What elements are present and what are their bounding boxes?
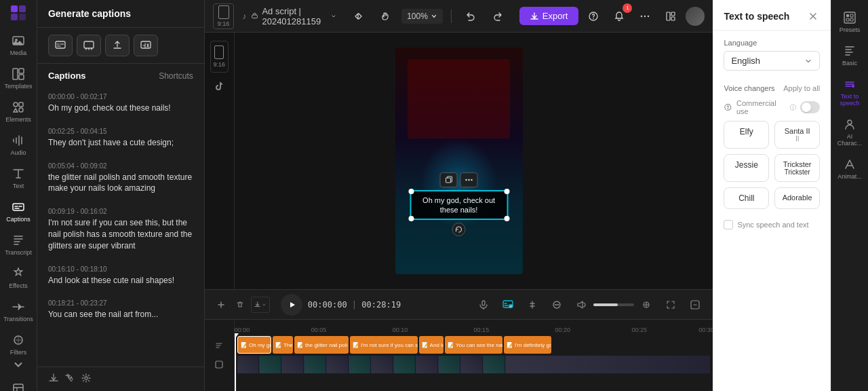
tts-close-btn[interactable] bbox=[806, 10, 820, 23]
tts-language-section: Language English bbox=[713, 31, 831, 79]
sidebar-item-transitions[interactable]: Transitions bbox=[0, 295, 37, 328]
voice-card-adorable[interactable]: Adorable bbox=[774, 187, 820, 209]
voice-card-jessie[interactable]: Jessie bbox=[724, 154, 769, 182]
settings-icon[interactable] bbox=[81, 373, 92, 386]
project-name[interactable]: Ad script | 202401281159 bbox=[252, 6, 336, 26]
caption-clip-5[interactable]: 📝 You can see the nail art fro bbox=[445, 336, 502, 354]
notification-btn[interactable]: 1 bbox=[608, 5, 630, 27]
captions-edit-btn[interactable] bbox=[498, 295, 517, 314]
subtitle-import-btn[interactable] bbox=[77, 35, 101, 56]
track-side-btn-2[interactable] bbox=[208, 355, 231, 374]
delete-clip-btn[interactable] bbox=[232, 297, 248, 313]
right-sidebar-animate[interactable]: Animat... bbox=[831, 152, 868, 185]
apply-all-btn[interactable]: Apply to all bbox=[783, 84, 820, 92]
caption-item-3[interactable]: 00:09:19 - 00:16:02 I'm not sure if you … bbox=[43, 202, 199, 257]
volume-up-icon[interactable] bbox=[637, 295, 656, 314]
sidebar-item-templates[interactable]: Templates bbox=[0, 62, 37, 95]
user-avatar[interactable] bbox=[686, 7, 705, 26]
zoom-chevron-icon bbox=[431, 13, 437, 20]
help-btn[interactable] bbox=[583, 5, 604, 27]
voice-card-trickster[interactable]: Trickster Trickster bbox=[774, 154, 820, 182]
auto-caption-btn[interactable] bbox=[48, 35, 73, 56]
sidebar-item-media[interactable]: Media bbox=[0, 29, 37, 62]
export-timeline-btn[interactable] bbox=[251, 297, 270, 313]
caption-clip-4[interactable]: 📝 And lo bbox=[419, 336, 443, 354]
shortcuts-btn[interactable]: Shortcuts bbox=[159, 71, 193, 81]
voice-card-chill[interactable]: Chill bbox=[724, 187, 769, 209]
caption-clip-0[interactable]: 📝 Oh my god, c bbox=[237, 336, 271, 354]
sidebar-item-filters[interactable]: Filters bbox=[0, 328, 37, 377]
right-sidebar-tts[interactable]: Text to speech bbox=[831, 72, 868, 112]
sidebar-item-audio[interactable]: Audio bbox=[0, 128, 37, 162]
upload-btn[interactable] bbox=[105, 35, 130, 56]
sidebar-item-captions[interactable]: Captions bbox=[0, 195, 37, 228]
mic-btn[interactable] bbox=[474, 295, 493, 314]
svg-point-18 bbox=[85, 377, 87, 379]
caption-text-overlay[interactable]: Oh my god, check out these nails! bbox=[410, 190, 508, 221]
sync-checkbox[interactable] bbox=[724, 220, 733, 229]
resize-handle-tl[interactable] bbox=[408, 189, 414, 194]
sidebar-item-elements[interactable]: Elements bbox=[0, 95, 37, 128]
volume-slider[interactable] bbox=[593, 303, 634, 306]
sidebar-item-effects[interactable]: Effects bbox=[0, 261, 37, 295]
tiktok-format[interactable]: ♪ bbox=[242, 12, 246, 21]
captions-panel: Generate captions Captions Shortcuts 00:… bbox=[37, 0, 205, 391]
layout-btn[interactable] bbox=[660, 5, 682, 27]
language-select[interactable]: English bbox=[724, 51, 820, 71]
voice-card-elfy[interactable]: Elfy bbox=[724, 121, 769, 149]
zoom-control[interactable]: 100% bbox=[401, 9, 443, 24]
caption-clip-1[interactable]: 📝 The bbox=[273, 336, 293, 354]
play-btn[interactable] bbox=[281, 294, 302, 316]
redo-btn[interactable] bbox=[487, 5, 509, 27]
add-track-btn[interactable] bbox=[213, 297, 229, 313]
svg-point-46 bbox=[848, 120, 852, 124]
volume-icon[interactable] bbox=[572, 295, 591, 314]
right-sidebar-ai-characters[interactable]: AI Charac... bbox=[831, 112, 868, 152]
ai-generate-btn[interactable] bbox=[134, 35, 158, 56]
right-sidebar-presets[interactable]: Presets bbox=[831, 5, 868, 39]
hand-tool-btn[interactable] bbox=[374, 5, 396, 27]
sidebar-item-extra[interactable] bbox=[0, 377, 37, 391]
caption-clip-3[interactable]: 📝 I'm not sure if you can see this, bu bbox=[350, 336, 418, 354]
commercial-toggle[interactable] bbox=[800, 101, 820, 113]
caption-item-5[interactable]: 00:18:21 - 00:23:27 You can see the nail… bbox=[43, 294, 199, 326]
caption-more-btn[interactable] bbox=[460, 172, 478, 187]
caption-item-2[interactable]: 00:05:04 - 00:09:02 the glitter nail pol… bbox=[43, 157, 199, 200]
ruler-mark-3: 00:15 bbox=[474, 327, 490, 333]
undo-btn[interactable] bbox=[460, 5, 481, 27]
close-timeline-btn[interactable] bbox=[686, 295, 705, 314]
voice-grid: Elfy Santa II II Jessie Trickster Tricks… bbox=[713, 121, 831, 216]
caption-item-1[interactable]: 00:02:25 - 00:04:15 They don't just have… bbox=[43, 122, 199, 154]
aspect-ratio-btn[interactable]: 9:16 bbox=[210, 41, 229, 73]
toolbar-center: 100% bbox=[347, 5, 509, 27]
playhead[interactable] bbox=[235, 333, 236, 391]
voice-card-santa[interactable]: Santa II II bbox=[774, 121, 820, 149]
tiktok-icon[interactable] bbox=[212, 78, 226, 95]
translate-icon[interactable] bbox=[64, 373, 75, 386]
caption-clip-6[interactable]: 📝 I'm definitely goir bbox=[504, 336, 551, 354]
video-thumb-5 bbox=[349, 356, 371, 373]
app-logo[interactable] bbox=[9, 5, 28, 20]
remove-btn[interactable] bbox=[547, 295, 566, 314]
track-side-btn-1[interactable] bbox=[208, 336, 231, 355]
sidebar-item-text[interactable]: Text bbox=[0, 162, 37, 195]
fullscreen-btn[interactable] bbox=[661, 295, 680, 314]
resize-handle-tr[interactable] bbox=[504, 189, 509, 194]
video-thumb-3 bbox=[304, 356, 326, 373]
caption-item-4[interactable]: 00:16:10 - 00:18:10 And look at these cu… bbox=[43, 260, 199, 292]
right-sidebar-basic[interactable]: Basic bbox=[831, 39, 868, 72]
download-icon[interactable] bbox=[48, 373, 59, 386]
caption-copy-btn[interactable] bbox=[440, 172, 458, 187]
export-btn[interactable]: Export bbox=[519, 7, 579, 25]
aspect-ratio-selector[interactable]: 9:16 bbox=[213, 3, 235, 29]
caption-clip-2[interactable]: 📝 the glitter nail poli bbox=[294, 336, 349, 354]
split-btn[interactable] bbox=[523, 295, 542, 314]
resize-handle-br[interactable] bbox=[504, 216, 509, 221]
more-options-btn[interactable] bbox=[634, 5, 656, 27]
video-thumb-6 bbox=[372, 356, 393, 373]
rotate-handle[interactable] bbox=[452, 223, 466, 236]
sidebar-item-transcript[interactable]: Transcript bbox=[0, 228, 37, 261]
resize-handle-bl[interactable] bbox=[408, 216, 414, 221]
caption-item-0[interactable]: 00:00:00 - 00:02:17 Oh my god, check out… bbox=[43, 88, 199, 119]
play-mode-btn[interactable] bbox=[347, 5, 369, 27]
